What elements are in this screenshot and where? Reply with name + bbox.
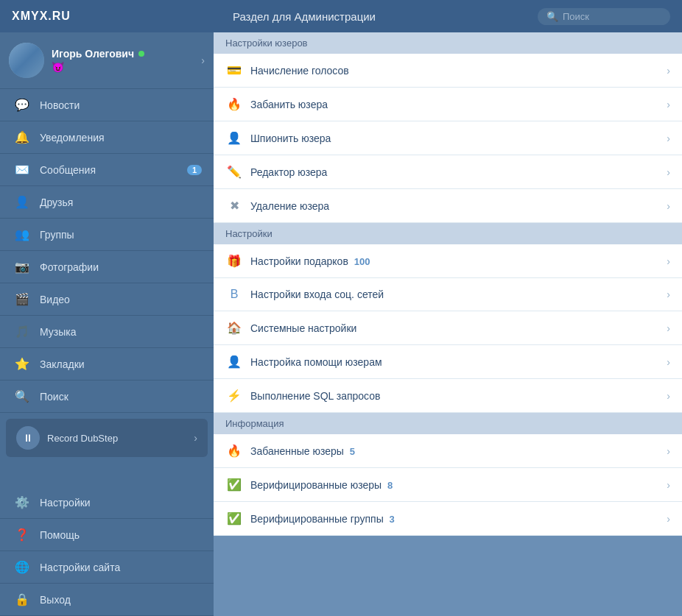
layout: Игорь Олегович 😈 › 💬 Новости 🔔 Уведомлен… [0,32,682,616]
menu-label-user-help: Настройка помощи юзерам [250,356,667,368]
sidebar-item-messages[interactable]: ✉️ Сообщения 1 [0,154,214,186]
video-icon: 🎬 [12,292,32,306]
sidebar-label-news: Новости [32,99,202,111]
menu-label-verified-users: Верифицированные юзеры 8 [250,479,667,491]
sidebar-label-photos: Фотографии [32,261,202,273]
ban-user-icon: 🔥 [225,97,243,111]
menu-item-gift-settings[interactable]: 🎁 Настройки подарков 100 › [214,244,682,278]
chevron-icon-edit-user: › [667,166,670,178]
chevron-icon-delete-user: › [667,200,670,212]
menu-label-edit-user: Редактор юзера [250,166,667,178]
header: XMYX.RU Раздел для Администрации 🔍 [0,0,682,32]
chevron-icon-spy-user: › [667,132,670,144]
menu-item-banned-users[interactable]: 🔥 Забаненные юзеры 5 › [214,434,682,468]
sidebar-label-groups: Группы [32,229,202,241]
search-icon: 🔍 [12,389,32,403]
menu-item-verified-groups[interactable]: ✅ Верифицированные группы 3 › [214,502,682,536]
sidebar-label-messages: Сообщения [32,164,187,176]
bookmarks-icon: ⭐ [12,357,32,371]
system-settings-icon: 🏠 [225,321,243,335]
sidebar-item-photos[interactable]: 📷 Фотографии [0,251,214,283]
user-block[interactable]: Игорь Олегович 😈 › [0,32,214,89]
sidebar-item-friends[interactable]: 👤 Друзья [0,186,214,219]
section-header-Настройки: Настройки [214,223,682,244]
sidebar-item-groups[interactable]: 👥 Группы [0,219,214,251]
menu-item-edit-user[interactable]: ✏️ Редактор юзера › [214,155,682,189]
search-input[interactable] [563,11,661,22]
chevron-right-icon: › [201,54,205,66]
sidebar-label-friends: Друзья [32,197,202,208]
menu-label-ban-user: Забанить юзера [250,99,667,110]
sidebar-item-logout[interactable]: 🔒 Выход [0,584,214,616]
sidebar: Игорь Олегович 😈 › 💬 Новости 🔔 Уведомлен… [0,32,214,616]
menu-label-delete-user: Удаление юзера [250,200,667,212]
menu-item-delete-user[interactable]: ✖ Удаление юзера › [214,189,682,223]
user-help-icon: 👤 [225,355,243,369]
user-badge: 😈 [52,61,201,73]
menu-item-social-login[interactable]: B Настройки входа соц. сетей › [214,278,682,311]
sidebar-item-help[interactable]: ❓ Помощь [0,519,214,551]
sidebar-item-video[interactable]: 🎬 Видео [0,283,214,316]
logo: XMYX.RU [12,10,71,23]
chevron-icon-gift-settings: › [667,255,670,267]
sidebar-item-site-settings[interactable]: 🌐 Настройки сайта [0,551,214,584]
help-icon: ❓ [12,528,32,542]
menu-item-ban-user[interactable]: 🔥 Забанить юзера › [214,88,682,121]
menu-item-user-help[interactable]: 👤 Настройка помощи юзерам › [214,345,682,379]
vote-accrual-icon: 💳 [225,63,243,77]
chevron-icon-system-settings: › [667,322,670,334]
menu-item-spy-user[interactable]: 👤 Шпионить юзера › [214,121,682,155]
section-header-Информация: Информация [214,413,682,434]
notifications-icon: 🔔 [12,130,32,144]
delete-user-icon: ✖ [225,199,243,213]
menu-badge-banned-users: 5 [350,446,355,457]
menu-label-gift-settings: Настройки подарков 100 [250,255,667,267]
sidebar-item-notifications[interactable]: 🔔 Уведомления [0,121,214,154]
menu-item-verified-users[interactable]: ✅ Верифицированные юзеры 8 › [214,468,682,502]
search-bar[interactable]: 🔍 [538,8,670,25]
online-indicator [138,51,144,57]
menu-label-spy-user: Шпионить юзера [250,132,667,144]
chevron-icon-verified-users: › [667,479,670,491]
menu-badge-verified-users: 8 [387,480,393,491]
menu-label-vote-accrual: Начисление голосов [250,65,667,77]
track-name: Record DubStep [40,433,194,444]
logout-icon: 🔒 [12,592,32,606]
sidebar-item-bookmarks[interactable]: ⭐ Закладки [0,348,214,380]
menu-label-social-login: Настройки входа соц. сетей [250,288,667,300]
nav-items: 💬 Новости 🔔 Уведомления ✉️ Сообщения 1 👤… [0,89,214,413]
messages-icon: ✉️ [12,163,32,177]
sidebar-item-music[interactable]: 🎵 Музыка [0,316,214,348]
chevron-icon-social-login: › [667,288,670,300]
photos-icon: 📷 [12,260,32,274]
bottom-nav: ⚙️ Настройки ❓ Помощь 🌐 Настройки сайта … [0,486,214,616]
sidebar-label-logout: Выход [32,594,202,606]
edit-user-icon: ✏️ [225,165,243,179]
sidebar-label-notifications: Уведомления [32,132,202,144]
settings-icon: ⚙️ [12,495,32,509]
badge-messages: 1 [187,165,202,175]
user-info: Игорь Олегович 😈 [44,48,201,73]
friends-icon: 👤 [12,195,32,209]
menu-badge-gift-settings: 100 [354,256,370,267]
menu-label-sql: Выполнение SQL запросов [250,390,667,402]
menu-badge-verified-groups: 3 [390,514,395,525]
sidebar-item-search[interactable]: 🔍 Поиск [0,380,214,413]
chevron-icon-vote-accrual: › [667,65,670,77]
chevron-icon-banned-users: › [667,445,670,457]
news-icon: 💬 [12,98,32,112]
sidebar-label-music: Музыка [32,326,202,338]
search-icon: 🔍 [546,11,558,22]
menu-item-system-settings[interactable]: 🏠 Системные настройки › [214,311,682,345]
pause-button[interactable]: ⏸ [16,426,40,450]
page-title: Раздел для Администрации [71,10,538,23]
menu-item-sql[interactable]: ⚡ Выполнение SQL запросов › [214,379,682,413]
sidebar-label-help: Помощь [32,529,202,541]
menu-item-vote-accrual[interactable]: 💳 Начисление голосов › [214,54,682,88]
sidebar-item-news[interactable]: 💬 Новости [0,89,214,121]
menu-label-system-settings: Системные настройки [250,322,667,334]
sidebar-item-settings[interactable]: ⚙️ Настройки [0,486,214,519]
sidebar-label-settings: Настройки [32,497,202,509]
site-settings-icon: 🌐 [12,560,32,574]
now-playing[interactable]: ⏸ Record DubStep › [6,419,208,457]
